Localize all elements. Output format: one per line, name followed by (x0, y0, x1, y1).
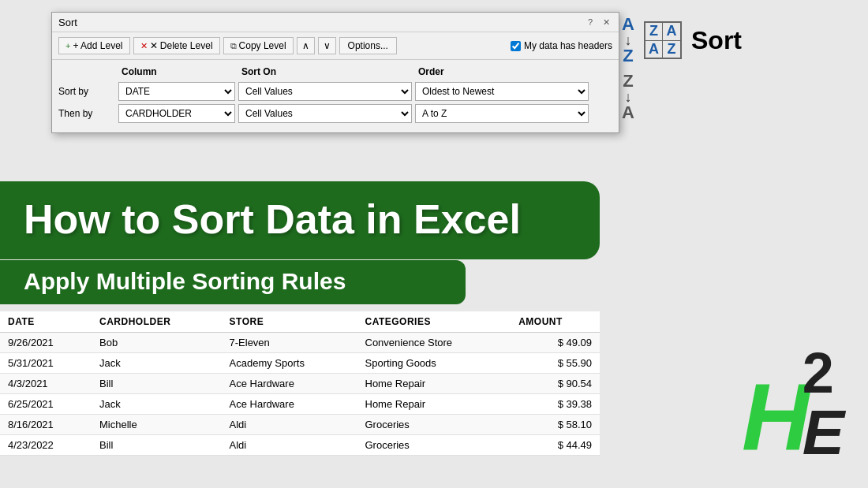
za-small-row: Z ↓ A (622, 73, 742, 121)
za-bottom-letter: A (622, 104, 634, 121)
table-cell: Jack (92, 353, 221, 374)
sort-text-large: Sort (691, 26, 742, 55)
copy-level-button[interactable]: ⧉ Copy Level (223, 37, 294, 54)
copy-icon: ⧉ (230, 41, 237, 51)
col-header-date: DATE (0, 311, 92, 333)
table-cell: Convenience Store (357, 333, 511, 353)
table-cell: $ 90.54 (511, 374, 600, 394)
table-cell: Home Repair (357, 394, 511, 415)
dialog-titlebar: Sort ? ✕ (52, 13, 619, 32)
add-level-button[interactable]: + + Add Level (58, 37, 130, 54)
table-cell: $ 44.49 (511, 435, 600, 456)
move-down-button[interactable]: ∨ (318, 37, 336, 54)
sort-dialog: Sort ? ✕ + + Add Level ✕ ✕ Delete Level … (51, 12, 619, 133)
then-by-order-select[interactable]: A to Z (415, 104, 589, 123)
table-cell: $ 55.90 (511, 353, 600, 374)
table-cell: 8/16/2021 (0, 415, 92, 435)
sort-row-2: Then by CARDHOLDER Cell Values A to Z (58, 104, 612, 123)
table-header-row: DATE CARDHOLDER STORE CATEGORIES AMOUNT (0, 311, 600, 333)
za-cell-tr: A (663, 23, 680, 41)
table-cell: Groceries (357, 435, 511, 456)
table-cell: Ace Hardware (222, 394, 357, 415)
table-cell: Home Repair (357, 374, 511, 394)
logo-2-number: 2 (803, 345, 834, 401)
my-data-headers-text: My data has headers (524, 40, 612, 51)
column-header-empty (58, 65, 115, 79)
dialog-controls: ? ✕ (584, 16, 612, 28)
dialog-help-button[interactable]: ? (584, 16, 597, 28)
za-sort-icon: Z ↓ A (622, 73, 634, 121)
table-cell: 9/26/2021 (0, 333, 92, 353)
table-cell: $ 49.09 (511, 333, 600, 353)
az-sort-icon: A ↓ Z (622, 16, 634, 65)
table-row: 8/16/2021MichelleAldiGroceries$ 58.10 (0, 415, 600, 435)
h2e-logo: H 2 E (742, 345, 844, 464)
data-table: DATE CARDHOLDER STORE CATEGORIES AMOUNT … (0, 311, 600, 456)
sort-on-header: Sort On (238, 65, 412, 79)
table-cell: 4/3/2021 (0, 374, 92, 394)
dialog-title: Sort (58, 17, 77, 28)
right-icons-area: A ↓ Z Z A A Z Sort Z ↓ A (622, 16, 742, 121)
data-table-container: DATE CARDHOLDER STORE CATEGORIES AMOUNT … (0, 311, 600, 456)
table-cell: 6/25/2021 (0, 394, 92, 415)
table-cell: Aldi (222, 435, 357, 456)
sub-title: Apply Multiple Sorting Rules (24, 268, 442, 295)
order-header: Order (415, 65, 589, 79)
sort-by-sort-on-select[interactable]: Cell Values (238, 82, 412, 101)
sort-by-column-select[interactable]: DATE (118, 82, 235, 101)
col-header-store: STORE (222, 311, 357, 333)
table-row: 5/31/2021JackAcademy SportsSporting Good… (0, 353, 600, 374)
table-row: 4/23/2022BillAldiGroceries$ 44.49 (0, 435, 600, 456)
za-top-letter: Z (623, 73, 633, 90)
sort-by-order-select[interactable]: Oldest to Newest (415, 82, 589, 101)
az-bottom-letter: Z (623, 47, 633, 65)
table-cell: Bill (92, 435, 221, 456)
logo-e-letter: E (803, 401, 844, 464)
add-icon: + (65, 41, 70, 50)
table-cell: Bill (92, 374, 221, 394)
my-data-headers-label[interactable]: My data has headers (511, 40, 612, 51)
table-cell: Groceries (357, 415, 511, 435)
delete-level-button[interactable]: ✕ ✕ Delete Level (133, 37, 220, 54)
main-title: How to Sort Data in Excel (24, 197, 576, 242)
add-level-label: + Add Level (73, 40, 122, 51)
table-cell: Bob (92, 333, 221, 353)
options-button[interactable]: Options... (339, 37, 397, 54)
table-cell: Academy Sports (222, 353, 357, 374)
main-banner: How to Sort Data in Excel (0, 181, 600, 259)
delete-icon: ✕ (140, 41, 148, 51)
table-cell: 5/31/2021 (0, 353, 92, 374)
col-header-cardholder: CARDHOLDER (92, 311, 221, 333)
table-cell: $ 58.10 (511, 415, 600, 435)
move-up-button[interactable]: ∧ (297, 37, 315, 54)
sub-banner: Apply Multiple Sorting Rules (0, 260, 466, 304)
then-by-label: Then by (58, 108, 115, 119)
top-icon-row: A ↓ Z Z A A Z Sort (622, 16, 742, 65)
table-cell: 4/23/2022 (0, 435, 92, 456)
table-cell: Michelle (92, 415, 221, 435)
dialog-toolbar: + + Add Level ✕ ✕ Delete Level ⧉ Copy Le… (52, 32, 619, 60)
col-header-categories: CATEGORIES (357, 311, 511, 333)
table-cell: $ 39.38 (511, 394, 600, 415)
za-cell-br: Z (663, 41, 680, 58)
table-cell: Jack (92, 394, 221, 415)
sort-grid: Column Sort On Order Sort by DATE Cell V… (52, 60, 619, 132)
table-cell: 7-Eleven (222, 333, 357, 353)
my-data-headers-checkbox[interactable] (511, 41, 521, 51)
table-row: 4/3/2021BillAce HardwareHome Repair$ 90.… (0, 374, 600, 394)
then-by-column-select[interactable]: CARDHOLDER (118, 104, 235, 123)
az-top-letter: A (622, 16, 634, 33)
delete-level-label: ✕ Delete Level (150, 40, 213, 51)
then-by-sort-on-select[interactable]: Cell Values (238, 104, 412, 123)
grid-header-row: Column Sort On Order (58, 63, 612, 80)
sort-by-label: Sort by (58, 86, 115, 97)
table-cell: Aldi (222, 415, 357, 435)
dialog-close-button[interactable]: ✕ (600, 16, 612, 28)
za-cell-bl: A (645, 41, 663, 58)
table-row: 9/26/2021Bob7-ElevenConvenience Store$ 4… (0, 333, 600, 353)
za-box-icon: Z A A Z (644, 21, 682, 59)
copy-level-label: Copy Level (239, 40, 286, 51)
column-header: Column (118, 65, 235, 79)
logo-2e-group: 2 E (803, 345, 844, 464)
table-cell: Sporting Goods (357, 353, 511, 374)
